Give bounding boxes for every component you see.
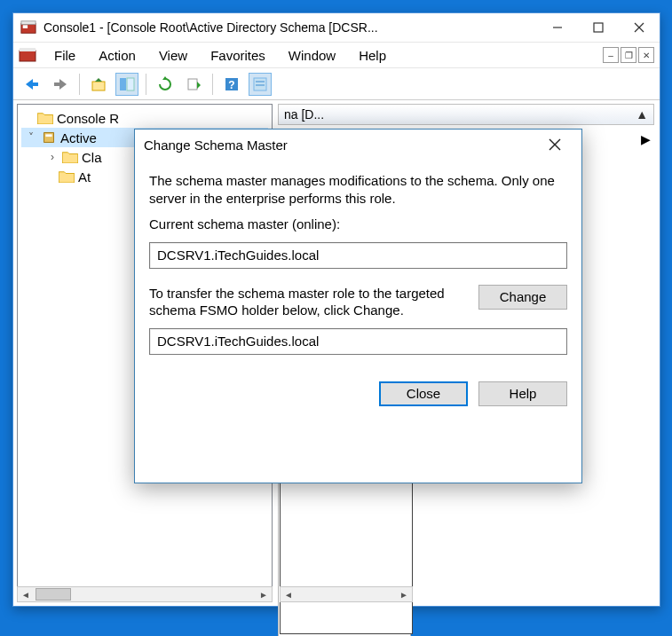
svg-rect-13 (92, 82, 105, 90)
scroll-caret-icon[interactable]: ▶ (641, 132, 651, 146)
back-button[interactable] (20, 73, 43, 96)
mmc-icon (20, 20, 36, 35)
expand-toggle[interactable]: › (46, 151, 59, 163)
mdi-restore[interactable]: ❐ (621, 47, 636, 63)
toolbar: ? (13, 68, 660, 100)
titlebar: Console1 - [Console Root\Active Director… (13, 13, 660, 42)
maximize-icon (593, 22, 604, 33)
mmc-window: Console1 - [Console Root\Active Director… (12, 12, 660, 607)
svg-marker-14 (95, 78, 102, 82)
help-button[interactable]: ? (220, 73, 243, 96)
svg-text:?: ? (228, 79, 234, 91)
svg-marker-28 (62, 153, 78, 163)
transfer-description: To transfer the schema master role to th… (149, 285, 466, 319)
menu-view[interactable]: View (148, 44, 198, 67)
svg-rect-1 (21, 21, 36, 25)
mdi-minimize[interactable]: – (603, 47, 619, 63)
show-tree-button[interactable] (115, 73, 138, 96)
dialog-close-button[interactable] (537, 131, 573, 158)
dialog-title: Change Schema Master (144, 137, 288, 153)
svg-rect-12 (54, 82, 60, 86)
current-master-value: DCSRV1.iTechGuides.local (157, 247, 319, 263)
menu-help[interactable]: Help (348, 44, 397, 67)
svg-rect-8 (20, 48, 36, 51)
forward-button[interactable] (49, 73, 72, 96)
svg-marker-9 (26, 79, 33, 90)
svg-rect-7 (20, 51, 36, 61)
svg-rect-16 (127, 78, 134, 90)
svg-rect-4 (594, 23, 603, 32)
collapse-toggle[interactable]: ˅ (25, 131, 37, 144)
svg-rect-18 (188, 79, 197, 90)
tree-scrollbar[interactable]: ◄ ► (17, 586, 273, 602)
menu-window[interactable]: Window (278, 44, 346, 67)
mmc-small-icon (19, 46, 36, 64)
refresh-icon (157, 76, 173, 92)
mdi-controls: – ❐ ✕ (603, 47, 654, 63)
folder-icon (62, 151, 78, 163)
scroll-left-icon[interactable]: ◄ (18, 587, 34, 601)
help-dialog-button[interactable]: Help (478, 381, 567, 406)
close-button[interactable] (619, 13, 660, 42)
svg-marker-19 (197, 82, 201, 89)
svg-rect-15 (120, 78, 126, 90)
menubar: File Action View Favorites Window Help –… (13, 42, 660, 68)
scroll-right-icon[interactable]: ► (396, 587, 412, 601)
refresh-button[interactable] (154, 73, 177, 96)
dialog-titlebar: Change Schema Master (135, 130, 581, 160)
folder-up-icon (91, 76, 107, 92)
list-scrollbar[interactable]: ◄ ► (280, 586, 413, 602)
folder-icon (59, 170, 75, 183)
back-icon (24, 78, 40, 90)
svg-rect-2 (23, 25, 28, 28)
current-master-field: DCSRV1.iTechGuides.local (149, 242, 567, 269)
minimize-button[interactable] (537, 13, 578, 42)
menu-action[interactable]: Action (88, 44, 146, 67)
window-title: Console1 - [Console Root\Active Director… (43, 20, 537, 35)
sort-arrow-icon: ▲ (636, 107, 648, 122)
target-master-value: DCSRV1.iTechGuides.local (157, 334, 319, 349)
folder-icon (37, 112, 53, 124)
dialog-description: The schema master manages modifications … (149, 172, 567, 207)
help-icon: ? (224, 76, 240, 92)
svg-marker-17 (162, 76, 168, 80)
close-icon (634, 22, 644, 33)
details-icon (252, 76, 268, 92)
svg-marker-11 (59, 79, 67, 90)
export-icon (186, 76, 202, 92)
target-master-field: DCSRV1.iTechGuides.local (149, 328, 567, 355)
menu-file[interactable]: File (43, 44, 86, 67)
svg-rect-10 (32, 82, 38, 86)
mdi-close[interactable]: ✕ (638, 47, 654, 63)
window-controls (537, 13, 660, 42)
minimize-icon (552, 22, 563, 33)
dialog-body: The schema master manages modifications … (135, 160, 581, 483)
details-button[interactable] (249, 73, 272, 96)
export-button[interactable] (182, 73, 205, 96)
change-button[interactable]: Change (478, 285, 567, 310)
tree-root[interactable]: Console R (21, 108, 268, 128)
svg-rect-27 (45, 134, 51, 137)
column-header[interactable]: na [D... ▲ (278, 104, 654, 125)
close-icon (549, 138, 561, 151)
column-header-text: na [D... (284, 107, 324, 122)
up-button[interactable] (87, 73, 110, 96)
svg-rect-26 (44, 133, 54, 143)
change-schema-master-dialog: Change Schema Master The schema master m… (134, 129, 582, 483)
schema-icon (41, 130, 57, 145)
scroll-right-icon[interactable]: ► (256, 587, 272, 601)
close-dialog-button[interactable]: Close (379, 381, 468, 406)
forward-icon (52, 78, 68, 90)
tree-icon (119, 76, 135, 92)
menu-favorites[interactable]: Favorites (200, 44, 276, 67)
svg-marker-29 (59, 172, 75, 183)
svg-rect-22 (254, 78, 266, 90)
current-master-label: Current schema master (online): (149, 216, 567, 233)
svg-marker-25 (37, 114, 53, 124)
scroll-left-icon[interactable]: ◄ (281, 587, 296, 601)
scroll-thumb[interactable] (36, 588, 71, 601)
maximize-button[interactable] (578, 13, 619, 42)
